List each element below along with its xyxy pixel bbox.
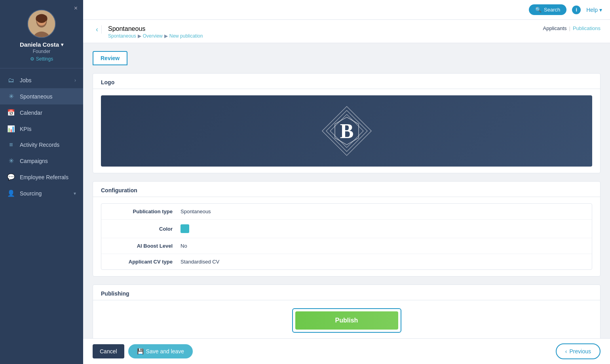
user-name-label: Daniela Costa ▾ [20,41,63,48]
config-row-cv-type: Applicant CV type Standardised CV [101,254,592,269]
activity-icon: ≡ [7,141,15,148]
sidebar-item-calendar[interactable]: 📅 Calendar [0,104,83,121]
sourcing-icon: 👤 [7,190,15,197]
tab-review[interactable]: Review [93,51,127,65]
sidebar-item-jobs[interactable]: 🗂 Jobs › [0,72,83,88]
publish-button-wrapper: Publish [292,308,401,333]
config-row-color: Color [101,220,592,238]
publishing-section-title: Publishing [93,285,600,300]
sidebar-item-spontaneous[interactable]: ✳ Spontaneous [0,88,83,104]
user-profile: Daniela Costa ▾ Founder ⚙ Settings [0,0,83,68]
sidebar-item-kpis[interactable]: 📊 KPIs [0,121,83,137]
previous-button[interactable]: ‹ Previous [556,343,600,359]
sidebar: × Daniela Costa ▾ Founder ⚙ [0,0,83,364]
breadcrumb-spontaneous[interactable]: Spontaneous [108,33,136,39]
gear-icon: ⚙ [30,56,34,62]
breadcrumb-sep-1: ▶ [138,33,141,39]
sidebar-item-campaigns[interactable]: ✳ Campaigns [0,153,83,169]
user-role-label: Founder [33,49,51,54]
chevron-right-icon: › [74,78,76,83]
config-label-cv-type: Applicant CV type [109,259,181,265]
page-header-right: Applicants | Publications [543,25,600,31]
calendar-icon: 📅 [7,109,15,116]
configuration-section-title: Configuration [93,182,600,197]
config-value-color [181,224,189,233]
color-swatch[interactable] [181,224,189,233]
jobs-icon: 🗂 [7,77,15,84]
save-and-leave-button[interactable]: 💾 Save and leave [128,344,193,358]
bottom-left-actions: Cancel 💾 Save and leave [93,344,193,358]
publications-link[interactable]: Publications [573,25,600,31]
breadcrumb: Spontaneous ▶ Overview ▶ New publication [108,33,203,39]
cancel-button[interactable]: Cancel [93,344,124,358]
configuration-section-body: Publication type Spontaneous Color AI B [93,197,600,276]
content-area: ‹ Spontaneous Spontaneous ▶ Overview ▶ N… [83,20,610,364]
logo-section-title: Logo [93,74,600,89]
close-icon[interactable]: × [74,5,78,12]
sidebar-item-label: Employee Referrals [20,174,68,180]
campaigns-icon: ✳ [7,157,15,165]
publishing-section: Publishing Publish [93,284,600,338]
logo-section: Logo B [93,73,600,173]
sidebar-item-label: Calendar [20,110,42,116]
collapse-sidebar-button[interactable]: ‹ [93,25,102,34]
tab-bar: Review [93,51,600,65]
config-value-publication-type: Spontaneous [181,209,211,214]
config-label-color: Color [109,226,181,232]
page-body: Review Logo [83,43,610,338]
breadcrumb-overview[interactable]: Overview [143,33,163,39]
chevron-left-icon: ‹ [96,25,98,34]
main-content: 🔍 Search i Help ▾ ‹ Spontaneous [83,0,610,364]
bottom-bar: Cancel 💾 Save and leave ‹ Previous [83,338,610,364]
configuration-section: Configuration Publication type Spontaneo… [93,181,600,277]
applicants-link[interactable]: Applicants [543,25,567,31]
sidebar-item-label: Sourcing [20,190,42,197]
help-button[interactable]: Help ▾ [586,7,602,13]
config-label-ai-boost: AI Boost Level [109,243,181,249]
publish-button[interactable]: Publish [295,311,398,330]
page-header: ‹ Spontaneous Spontaneous ▶ Overview ▶ N… [83,20,610,43]
sidebar-nav: 🗂 Jobs › ✳ Spontaneous 📅 Calendar 📊 KPIs… [0,68,83,364]
logo-banner: B [101,95,592,167]
avatar [27,9,56,38]
bottom-right-actions: ‹ Previous [556,343,600,359]
spontaneous-icon: ✳ [7,93,15,100]
publish-area: Publish [93,300,600,338]
config-table: Publication type Spontaneous Color AI B [101,203,592,270]
config-value-ai-boost: No [181,243,187,249]
sidebar-item-employee-referrals[interactable]: 💬 Employee Referrals [0,169,83,185]
sidebar-item-label: Jobs [20,77,32,83]
dropdown-icon[interactable]: ▾ [61,42,63,47]
sidebar-item-label: Spontaneous [20,93,53,100]
breadcrumb-new-publication[interactable]: New publication [169,33,203,39]
header-divider: | [569,25,570,31]
sidebar-item-sourcing[interactable]: 👤 Sourcing ▾ [0,185,83,201]
chevron-down-icon: ▾ [74,191,76,196]
save-icon: 💾 [137,348,144,355]
brand-logo-svg: B [319,103,374,159]
logo-section-body: B [93,89,600,173]
info-icon[interactable]: i [572,6,581,14]
svg-text:B: B [340,120,353,142]
sidebar-item-activity-records[interactable]: ≡ Activity Records [0,137,83,153]
breadcrumb-sep-2: ▶ [164,33,168,39]
sidebar-item-label: KPIs [20,126,32,132]
settings-link[interactable]: ⚙ Settings [30,56,53,62]
referrals-icon: 💬 [7,173,15,181]
config-row-publication-type: Publication type Spontaneous [101,204,592,220]
config-value-cv-type: Standardised CV [181,259,219,265]
page-title: Spontaneous [108,25,203,32]
search-button[interactable]: 🔍 Search [529,4,566,15]
sidebar-item-label: Activity Records [20,142,59,148]
config-label-publication-type: Publication type [109,209,181,214]
chevron-left-icon: ‹ [565,348,567,355]
config-row-ai-boost: AI Boost Level No [101,238,592,254]
sidebar-item-label: Campaigns [20,158,48,164]
chevron-down-icon: ▾ [599,7,602,13]
search-icon: 🔍 [535,7,542,13]
topbar: 🔍 Search i Help ▾ [83,0,610,20]
kpis-icon: 📊 [7,125,15,133]
